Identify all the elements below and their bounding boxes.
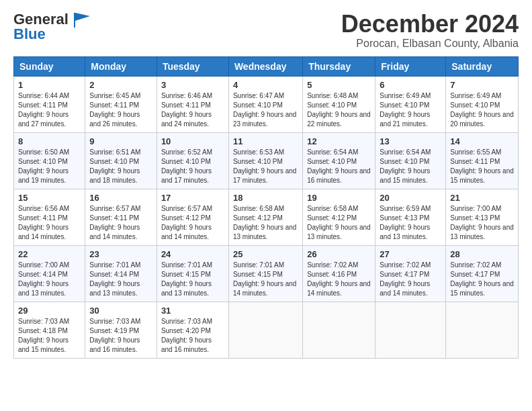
calendar-cell: 19Sunrise: 6:58 AMSunset: 4:12 PMDayligh… <box>303 189 375 245</box>
day-number: 5 <box>307 80 371 90</box>
cell-info: Sunrise: 6:49 AMSunset: 4:10 PMDaylight:… <box>450 92 514 128</box>
day-number: 31 <box>161 306 224 316</box>
day-number: 25 <box>233 249 298 259</box>
cell-info: Sunrise: 6:54 AMSunset: 4:10 PMDaylight:… <box>380 148 431 184</box>
calendar-cell: 11Sunrise: 6:53 AMSunset: 4:10 PMDayligh… <box>228 132 302 189</box>
day-number: 24 <box>161 249 224 259</box>
day-number: 1 <box>18 80 81 90</box>
day-number: 28 <box>450 249 514 259</box>
cell-info: Sunrise: 7:01 AMSunset: 4:15 PMDaylight:… <box>161 261 212 297</box>
cell-info: Sunrise: 6:44 AMSunset: 4:11 PMDaylight:… <box>18 92 69 128</box>
logo: General Blue <box>13 11 91 43</box>
day-number: 6 <box>380 80 441 90</box>
logo-blue <box>71 11 91 28</box>
calendar-cell: 8Sunrise: 6:50 AMSunset: 4:10 PMDaylight… <box>14 132 85 189</box>
calendar-week-1: 1Sunrise: 6:44 AMSunset: 4:11 PMDaylight… <box>14 76 519 132</box>
calendar-cell: 28Sunrise: 7:02 AMSunset: 4:17 PMDayligh… <box>446 245 519 302</box>
cell-info: Sunrise: 6:54 AMSunset: 4:10 PMDaylight:… <box>307 148 371 184</box>
svg-marker-0 <box>74 13 90 28</box>
day-number: 16 <box>89 193 152 203</box>
cell-info: Sunrise: 6:53 AMSunset: 4:10 PMDaylight:… <box>233 148 297 184</box>
day-number: 2 <box>89 80 152 90</box>
cell-info: Sunrise: 6:46 AMSunset: 4:11 PMDaylight:… <box>161 92 212 128</box>
page-header: General Blue December 2024 Porocan, Elba… <box>13 11 519 50</box>
cell-info: Sunrise: 6:50 AMSunset: 4:10 PMDaylight:… <box>18 148 69 184</box>
cell-info: Sunrise: 6:52 AMSunset: 4:10 PMDaylight:… <box>161 148 212 184</box>
cell-info: Sunrise: 6:58 AMSunset: 4:12 PMDaylight:… <box>233 205 297 240</box>
day-number: 3 <box>161 80 224 90</box>
day-number: 27 <box>380 249 441 259</box>
calendar-cell: 1Sunrise: 6:44 AMSunset: 4:11 PMDaylight… <box>14 76 85 132</box>
cell-info: Sunrise: 6:59 AMSunset: 4:13 PMDaylight:… <box>380 205 431 240</box>
logo-blue-text: Blue <box>13 26 46 42</box>
calendar-table: SundayMondayTuesdayWednesdayThursdayFrid… <box>13 56 519 359</box>
calendar-cell: 2Sunrise: 6:45 AMSunset: 4:11 PMDaylight… <box>85 76 157 132</box>
calendar-cell: 24Sunrise: 7:01 AMSunset: 4:15 PMDayligh… <box>157 245 228 302</box>
calendar-cell: 10Sunrise: 6:52 AMSunset: 4:10 PMDayligh… <box>157 132 228 189</box>
calendar-cell: 21Sunrise: 7:00 AMSunset: 4:13 PMDayligh… <box>446 189 519 245</box>
calendar-cell: 20Sunrise: 6:59 AMSunset: 4:13 PMDayligh… <box>375 189 446 245</box>
weekday-header-thursday: Thursday <box>303 56 375 76</box>
cell-info: Sunrise: 7:00 AMSunset: 4:13 PMDaylight:… <box>450 205 514 240</box>
cell-info: Sunrise: 6:47 AMSunset: 4:10 PMDaylight:… <box>233 92 297 128</box>
calendar-cell: 14Sunrise: 6:55 AMSunset: 4:11 PMDayligh… <box>446 132 519 189</box>
cell-info: Sunrise: 7:02 AMSunset: 4:16 PMDaylight:… <box>307 261 371 297</box>
weekday-header-wednesday: Wednesday <box>228 56 302 76</box>
calendar-cell: 3Sunrise: 6:46 AMSunset: 4:11 PMDaylight… <box>157 76 228 132</box>
day-number: 19 <box>307 193 371 203</box>
calendar-cell <box>446 302 519 358</box>
calendar-cell: 17Sunrise: 6:57 AMSunset: 4:12 PMDayligh… <box>157 189 228 245</box>
calendar-cell: 23Sunrise: 7:01 AMSunset: 4:14 PMDayligh… <box>85 245 157 302</box>
calendar-cell: 15Sunrise: 6:56 AMSunset: 4:11 PMDayligh… <box>14 189 85 245</box>
calendar-header-row: SundayMondayTuesdayWednesdayThursdayFrid… <box>14 56 519 76</box>
cell-info: Sunrise: 6:56 AMSunset: 4:11 PMDaylight:… <box>18 205 69 240</box>
cell-info: Sunrise: 6:55 AMSunset: 4:11 PMDaylight:… <box>450 148 514 184</box>
day-number: 13 <box>380 136 441 146</box>
day-number: 22 <box>18 249 81 259</box>
calendar-cell <box>303 302 375 358</box>
weekday-header-sunday: Sunday <box>14 56 85 76</box>
cell-info: Sunrise: 6:57 AMSunset: 4:11 PMDaylight:… <box>89 205 140 240</box>
cell-info: Sunrise: 6:49 AMSunset: 4:10 PMDaylight:… <box>380 92 431 128</box>
day-number: 7 <box>450 80 514 90</box>
day-number: 12 <box>307 136 371 146</box>
cell-info: Sunrise: 7:02 AMSunset: 4:17 PMDaylight:… <box>450 261 514 297</box>
weekday-header-monday: Monday <box>85 56 157 76</box>
cell-info: Sunrise: 7:03 AMSunset: 4:19 PMDaylight:… <box>89 318 140 353</box>
day-number: 14 <box>450 136 514 146</box>
calendar-cell: 25Sunrise: 7:01 AMSunset: 4:15 PMDayligh… <box>228 245 302 302</box>
cell-info: Sunrise: 7:01 AMSunset: 4:14 PMDaylight:… <box>89 261 140 297</box>
cell-info: Sunrise: 6:51 AMSunset: 4:10 PMDaylight:… <box>89 148 140 184</box>
day-number: 17 <box>161 193 224 203</box>
location-title: Porocan, Elbasan County, Albania <box>341 38 519 50</box>
day-number: 23 <box>89 249 152 259</box>
day-number: 4 <box>233 80 298 90</box>
calendar-week-4: 22Sunrise: 7:00 AMSunset: 4:14 PMDayligh… <box>14 245 519 302</box>
day-number: 15 <box>18 193 81 203</box>
calendar-cell: 18Sunrise: 6:58 AMSunset: 4:12 PMDayligh… <box>228 189 302 245</box>
cell-info: Sunrise: 7:00 AMSunset: 4:14 PMDaylight:… <box>18 261 69 297</box>
weekday-header-friday: Friday <box>375 56 446 76</box>
day-number: 29 <box>18 306 81 316</box>
calendar-cell: 26Sunrise: 7:02 AMSunset: 4:16 PMDayligh… <box>303 245 375 302</box>
calendar-cell: 29Sunrise: 7:03 AMSunset: 4:18 PMDayligh… <box>14 302 85 358</box>
calendar-cell: 4Sunrise: 6:47 AMSunset: 4:10 PMDaylight… <box>228 76 302 132</box>
day-number: 20 <box>380 193 441 203</box>
day-number: 21 <box>450 193 514 203</box>
calendar-cell: 22Sunrise: 7:00 AMSunset: 4:14 PMDayligh… <box>14 245 85 302</box>
weekday-header-saturday: Saturday <box>446 56 519 76</box>
calendar-cell: 30Sunrise: 7:03 AMSunset: 4:19 PMDayligh… <box>85 302 157 358</box>
day-number: 30 <box>89 306 152 316</box>
cell-info: Sunrise: 7:03 AMSunset: 4:20 PMDaylight:… <box>161 318 212 353</box>
calendar-cell <box>375 302 446 358</box>
calendar-week-2: 8Sunrise: 6:50 AMSunset: 4:10 PMDaylight… <box>14 132 519 189</box>
cell-info: Sunrise: 6:48 AMSunset: 4:10 PMDaylight:… <box>307 92 371 128</box>
calendar-cell: 5Sunrise: 6:48 AMSunset: 4:10 PMDaylight… <box>303 76 375 132</box>
calendar-cell: 13Sunrise: 6:54 AMSunset: 4:10 PMDayligh… <box>375 132 446 189</box>
calendar-cell: 9Sunrise: 6:51 AMSunset: 4:10 PMDaylight… <box>85 132 157 189</box>
calendar-cell: 12Sunrise: 6:54 AMSunset: 4:10 PMDayligh… <box>303 132 375 189</box>
calendar-cell: 27Sunrise: 7:02 AMSunset: 4:17 PMDayligh… <box>375 245 446 302</box>
cell-info: Sunrise: 6:58 AMSunset: 4:12 PMDaylight:… <box>307 205 371 240</box>
cell-info: Sunrise: 7:01 AMSunset: 4:15 PMDaylight:… <box>233 261 297 297</box>
calendar-week-5: 29Sunrise: 7:03 AMSunset: 4:18 PMDayligh… <box>14 302 519 358</box>
